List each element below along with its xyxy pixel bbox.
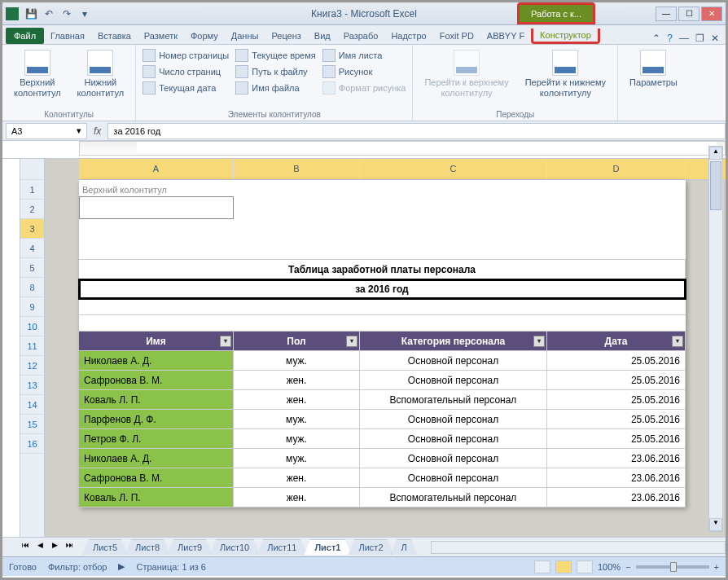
row-header[interactable]: 16 <box>20 434 44 454</box>
footer-button[interactable]: Нижний колонтитул <box>72 48 129 100</box>
picture-button[interactable]: Рисунок <box>322 64 406 79</box>
tab-layout[interactable]: Разметк <box>138 28 184 44</box>
sheet-tab[interactable]: Лист5 <box>82 539 128 555</box>
zoom-in-icon[interactable]: + <box>714 562 719 572</box>
cell[interactable]: 23.06.2016 <box>547 488 686 507</box>
view-pagelayout-button[interactable] <box>555 560 572 573</box>
current-date-button[interactable]: Текущая дата <box>143 81 229 95</box>
column-header[interactable]: C <box>360 159 547 179</box>
cell[interactable]: Николаев А. Д. <box>79 351 234 370</box>
tab-formulas[interactable]: Форму <box>184 28 225 44</box>
row-header[interactable]: 3 <box>20 219 44 239</box>
next-sheet-icon[interactable]: ▶ <box>48 541 61 554</box>
table-header-cell[interactable]: Пол▾ <box>234 332 360 350</box>
row-header[interactable]: 12 <box>20 356 44 376</box>
row-header[interactable]: 5 <box>20 258 44 278</box>
maximize-button[interactable]: ☐ <box>678 7 699 21</box>
row-header[interactable]: 11 <box>20 336 44 356</box>
filter-icon[interactable]: ▾ <box>672 336 683 347</box>
sheet-tab[interactable]: Л <box>391 539 418 555</box>
row-header[interactable]: 4 <box>20 239 44 258</box>
zoom-thumb[interactable] <box>670 562 677 572</box>
row-header[interactable]: 1 <box>20 180 44 200</box>
zoom-out-icon[interactable]: − <box>625 562 630 572</box>
sheet-tab[interactable]: Лист2 <box>348 539 393 555</box>
sheet-name-button[interactable]: Имя листа <box>322 48 406 63</box>
table-header-cell[interactable]: Категория персонала▾ <box>360 332 547 350</box>
zoom-level[interactable]: 100% <box>598 562 621 572</box>
cell[interactable]: Парфенов Д. Ф. <box>79 410 234 428</box>
table-title[interactable]: Таблица заработной платы персонала <box>79 260 686 279</box>
fx-icon[interactable]: fx <box>87 125 107 137</box>
tab-data[interactable]: Данны <box>225 28 265 44</box>
tab-home[interactable]: Главная <box>44 28 91 44</box>
row-header[interactable]: 13 <box>20 376 44 395</box>
sheet-tab[interactable]: Лист10 <box>209 539 260 555</box>
prev-sheet-icon[interactable]: ◀ <box>33 541 46 554</box>
cell[interactable]: жен. <box>234 468 360 487</box>
tab-foxit[interactable]: Foxit PD <box>433 28 480 44</box>
tab-developer[interactable]: Разрабо <box>337 28 385 44</box>
row-header[interactable]: 15 <box>20 415 44 434</box>
name-box[interactable]: A3▾ <box>6 123 87 139</box>
filter-icon[interactable]: ▾ <box>346 336 357 347</box>
horizontal-scrollbar[interactable] <box>431 541 726 554</box>
file-path-button[interactable]: Путь к файлу <box>235 64 315 79</box>
sheet-tab[interactable]: Лист8 <box>125 539 170 555</box>
cell[interactable]: жен. <box>234 371 360 389</box>
column-header[interactable]: B <box>234 159 360 179</box>
cell[interactable]: Сафронова В. М. <box>79 468 234 487</box>
tab-review[interactable]: Реценз <box>265 28 307 44</box>
tab-file[interactable]: Файл <box>6 28 44 44</box>
tab-design[interactable]: Конструктор <box>531 29 600 44</box>
cell[interactable]: Петров Ф. Л. <box>79 429 234 448</box>
current-time-button[interactable]: Текущее время <box>235 48 315 63</box>
cell[interactable]: Основной персонал <box>360 410 547 428</box>
cell[interactable]: Вспомогательный персонал <box>360 488 547 507</box>
table-header-cell[interactable]: Дата▾ <box>547 332 686 350</box>
help-icon[interactable]: ? <box>667 33 673 44</box>
cell[interactable]: жен. <box>234 488 360 507</box>
cell[interactable]: Основной персонал <box>360 351 547 370</box>
first-sheet-icon[interactable]: ⏮ <box>19 541 32 554</box>
cell[interactable]: Основной персонал <box>360 449 547 468</box>
close-button[interactable]: ✕ <box>701 7 722 21</box>
cell[interactable]: 23.06.2016 <box>547 449 686 468</box>
row-header[interactable]: 14 <box>20 395 44 415</box>
sheet-tab[interactable]: Лист9 <box>167 539 213 555</box>
cell[interactable]: 25.05.2016 <box>547 351 686 370</box>
select-all-corner[interactable] <box>20 159 44 180</box>
save-icon[interactable]: 💾 <box>24 7 38 21</box>
zoom-slider[interactable] <box>636 565 709 569</box>
formula-bar[interactable]: за 2016 год <box>107 123 726 139</box>
cell[interactable]: Основной персонал <box>360 468 547 487</box>
last-sheet-icon[interactable]: ⏭ <box>63 541 76 554</box>
cell[interactable]: Вспомогательный персонал <box>360 390 547 409</box>
table-header-cell[interactable]: Имя▾ <box>79 332 234 350</box>
filter-icon[interactable]: ▾ <box>220 336 231 347</box>
macro-record-icon[interactable]: ▶ <box>118 561 125 572</box>
cell[interactable]: 25.05.2016 <box>547 390 686 409</box>
row-header[interactable]: 10 <box>20 317 44 336</box>
file-name-button[interactable]: Имя файла <box>235 81 315 95</box>
namebox-dropdown-icon[interactable]: ▾ <box>77 125 81 136</box>
sheet-tab-active[interactable]: Лист1 <box>304 539 351 555</box>
cell[interactable]: муж. <box>234 449 360 468</box>
page-number-button[interactable]: Номер страницы <box>143 48 229 63</box>
minimize-button[interactable]: — <box>656 7 677 21</box>
qat-dropdown-icon[interactable]: ▾ <box>77 7 92 21</box>
column-header[interactable]: D <box>547 159 686 179</box>
tab-abbyy[interactable]: ABBYY F <box>480 28 531 44</box>
cell[interactable]: муж. <box>234 410 360 428</box>
cell[interactable]: Сафронова В. М. <box>79 371 234 389</box>
header-input-box[interactable] <box>79 196 234 219</box>
scrollbar-thumb[interactable] <box>710 161 721 210</box>
sheet-tab[interactable]: Лист11 <box>257 539 307 555</box>
scroll-down-icon[interactable]: ▼ <box>709 518 722 531</box>
tab-addins[interactable]: Надстро <box>384 28 432 44</box>
parameters-button[interactable]: Параметры <box>625 48 682 90</box>
cell[interactable]: муж. <box>234 351 360 370</box>
cell[interactable]: муж. <box>234 429 360 448</box>
view-pagebreak-button[interactable] <box>577 560 593 573</box>
row-header[interactable]: 8 <box>20 278 44 297</box>
